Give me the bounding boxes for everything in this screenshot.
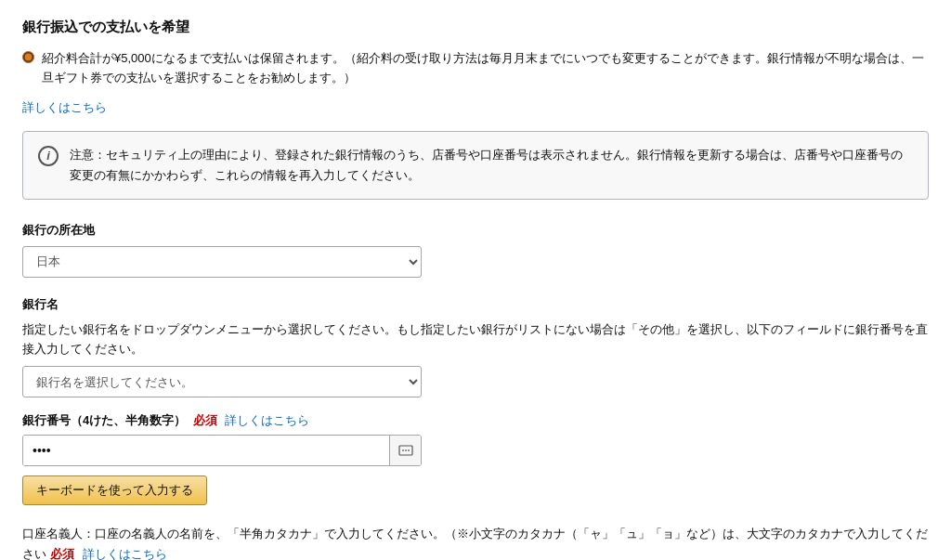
bank-location-section: 銀行の所在地 日本 [22, 222, 929, 293]
bank-number-input[interactable] [23, 436, 389, 465]
bank-name-section: 銀行名 指定したい銀行名をドロップダウンメニューから選択してください。もし指定し… [22, 296, 929, 413]
bank-number-label: 銀行番号（4けた、半角数字） [22, 412, 186, 429]
keyboard-input-button[interactable]: キーボードを使って入力する [22, 475, 207, 505]
radio-description: 紹介料合計が¥5,000になるまで支払いは保留されます。（紹介料の受け取り方法は… [42, 49, 929, 88]
info-icon: i [38, 146, 59, 166]
bank-number-mask-toggle[interactable] [389, 436, 421, 465]
account-owner-section: 口座名義人：口座の名義人の名前を、「半角カタカナ」で入力してください。（※小文字… [22, 524, 929, 560]
bank-name-select[interactable]: 銀行名を選択してください。 [22, 366, 422, 397]
bank-number-detail-link[interactable]: 詳しくはこちら [225, 412, 309, 429]
page-title: 銀行振込での支払いを希望 [22, 19, 929, 36]
bank-name-desc: 指定したい銀行名をドロップダウンメニューから選択してください。もし指定したい銀行… [22, 320, 929, 359]
bank-number-input-wrapper [22, 435, 422, 466]
bank-number-required-badge: 必須 [193, 412, 217, 429]
bank-location-label: 銀行の所在地 [22, 222, 929, 239]
info-box: i 注意：セキュリティ上の理由により、登録された銀行情報のうち、店番号や口座番号… [22, 131, 929, 200]
info-text: 注意：セキュリティ上の理由により、登録された銀行情報のうち、店番号や口座番号は表… [70, 145, 913, 186]
bank-name-label: 銀行名 [22, 296, 929, 313]
bottom-required-badge: 必須 [50, 547, 74, 560]
detail-link-1[interactable]: 詳しくはこちら [22, 99, 107, 116]
bank-transfer-radio[interactable] [22, 51, 34, 63]
bottom-detail-link[interactable]: 詳しくはこちら [83, 544, 167, 560]
bank-number-section: 銀行番号（4けた、半角数字） 必須 詳しくはこちら キーボードを使って入力する [22, 412, 929, 524]
bank-location-select[interactable]: 日本 [22, 246, 422, 278]
